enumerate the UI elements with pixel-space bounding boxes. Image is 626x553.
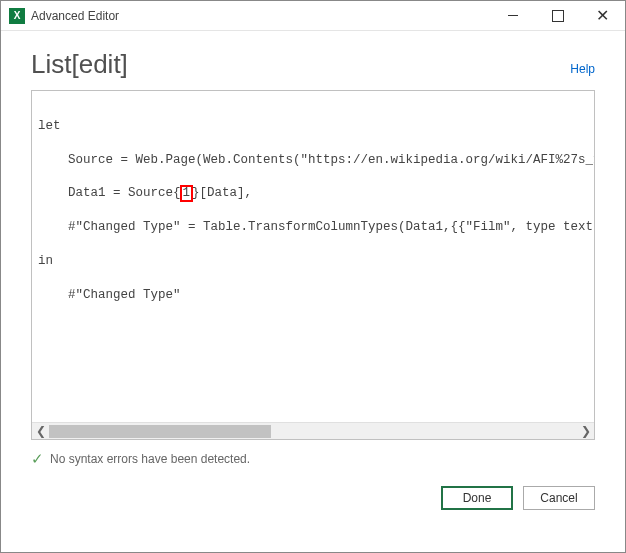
done-button[interactable]: Done [441,486,513,510]
title-bar: Advanced Editor ✕ [1,1,625,31]
code-line: let [38,118,588,135]
excel-icon [9,8,25,24]
code-textarea[interactable]: let Source = Web.Page(Web.Contents("http… [32,91,594,422]
close-button[interactable]: ✕ [580,1,625,30]
code-line: #"Changed Type" [38,287,588,304]
code-text: }[Data], [192,186,252,200]
window-title: Advanced Editor [31,9,490,23]
code-text: Data1 = Source{ [68,186,181,200]
code-line: Source = Web.Page(Web.Contents("https://… [38,152,588,169]
code-editor: let Source = Web.Page(Web.Contents("http… [31,90,595,440]
help-link[interactable]: Help [570,62,595,76]
horizontal-scrollbar[interactable]: ❮ ❯ [32,422,594,439]
scroll-left-icon[interactable]: ❮ [32,423,49,440]
status-message: No syntax errors have been detected. [50,452,250,466]
code-line: #"Changed Type" = Table.TransformColumnT… [38,219,588,236]
cancel-button[interactable]: Cancel [523,486,595,510]
code-line: in [38,253,588,270]
minimize-button[interactable] [490,1,535,30]
scroll-thumb[interactable] [49,425,271,438]
dialog-buttons: Done Cancel [1,468,625,528]
checkmark-icon: ✓ [31,450,44,468]
header: List[edit] Help [1,31,625,90]
scroll-right-icon[interactable]: ❯ [577,423,594,440]
maximize-button[interactable] [535,1,580,30]
page-title: List[edit] [31,49,128,80]
window-controls: ✕ [490,1,625,30]
scroll-track[interactable] [49,423,577,439]
code-line: Data1 = Source{1}[Data], [38,185,588,202]
status-bar: ✓ No syntax errors have been detected. [1,440,625,468]
